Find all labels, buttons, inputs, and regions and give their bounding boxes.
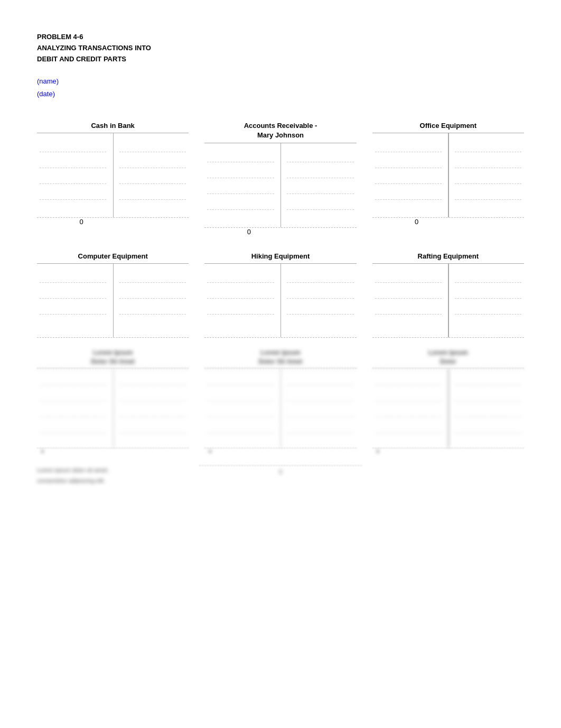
t-account-blurred-2: Lorem Ipsum Dolor Sit Amet ▼: [204, 348, 356, 455]
t-account-blurred-1: Lorem Ipsum Dolor Sit Amet ▼: [37, 348, 189, 455]
t-account-blurred-1-title: Lorem Ipsum Dolor Sit Amet: [37, 348, 189, 366]
t-shape-ar: [204, 143, 356, 227]
t-shape-rafting: [372, 263, 524, 337]
row3-accounts: Lorem Ipsum Dolor Sit Amet ▼ Lorem Ipsum…: [37, 348, 524, 455]
row4-left-line2: consectetur adipiscing elit.: [37, 476, 199, 486]
row4-section: Lorem ipsum dolor sit amet, consectetur …: [37, 465, 524, 486]
t-account-rafting: Rafting Equipment: [372, 252, 524, 338]
t-shape-cash: [37, 133, 189, 217]
header-line2: ANALYZING TRANSACTIONS INTO: [37, 43, 524, 54]
t-account-blurred-2-title: Lorem Ipsum Dolor Sit Amet: [204, 348, 356, 366]
t-account-ar-value: 0: [247, 228, 251, 236]
row4-right: [362, 465, 524, 486]
header-line3: DEBIT AND CREDIT PARTS: [37, 54, 524, 65]
t-shape-blurred-3: [372, 368, 524, 448]
t-account-computer: Computer Equipment: [37, 252, 189, 338]
row4-left: Lorem ipsum dolor sit amet, consectetur …: [37, 465, 199, 486]
t-account-hiking-title: Hiking Equipment: [204, 252, 356, 261]
t-account-ar: Accounts Receivable - Mary Johnson 0: [204, 121, 356, 235]
t-account-rafting-title: Rafting Equipment: [372, 252, 524, 261]
t-account-office-equip: Office Equipment 0: [372, 121, 524, 235]
t-account-cash: Cash in Bank 0: [37, 121, 189, 235]
header-line1: PROBLEM 4-6: [37, 32, 524, 43]
t-shape-computer: [37, 263, 189, 337]
t-account-hiking: Hiking Equipment: [204, 252, 356, 338]
t-account-ar-title: Accounts Receivable - Mary Johnson: [204, 121, 356, 140]
row4-left-line1: Lorem ipsum dolor sit amet,: [37, 465, 199, 476]
t-account-office-equip-value: 0: [415, 218, 418, 226]
t-account-cash-value: 0: [79, 218, 83, 226]
t-shape-office-equip: [372, 133, 524, 217]
t-shape-blurred-1: [37, 368, 189, 448]
t-account-blurred-3: Lorem Ipsum Dolor ▼: [372, 348, 524, 455]
row2-accounts: Computer Equipment Hiking Equipment Raft…: [37, 252, 524, 338]
problem-header: PROBLEM 4-6 ANALYZING TRANSACTIONS INTO …: [37, 32, 524, 64]
meta-section: (name) (date): [37, 75, 524, 100]
date-link[interactable]: (date): [37, 88, 524, 100]
t-account-blurred-3-title: Lorem Ipsum Dolor: [372, 348, 524, 366]
row4-center-value: 0: [278, 468, 282, 476]
row1-accounts: Cash in Bank 0 Accounts Receivable - Mar…: [37, 121, 524, 235]
t-account-office-equip-title: Office Equipment: [372, 121, 524, 131]
row4-center: 0: [199, 465, 361, 486]
t-account-computer-title: Computer Equipment: [37, 252, 189, 261]
t-shape-blurred-2: [204, 368, 356, 448]
t-shape-hiking: [204, 263, 356, 337]
name-link[interactable]: (name): [37, 75, 524, 87]
t-account-cash-title: Cash in Bank: [37, 121, 189, 131]
